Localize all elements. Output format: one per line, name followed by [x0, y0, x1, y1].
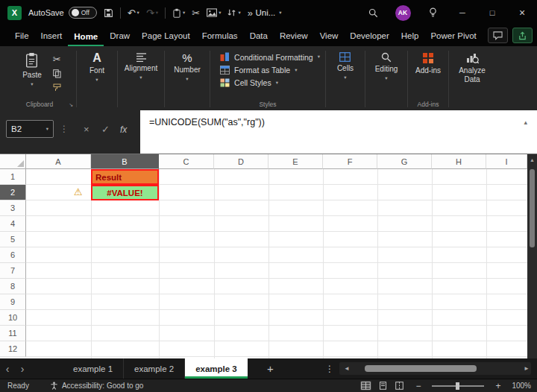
cancel-entry-button[interactable]: ×: [79, 123, 94, 136]
number-button[interactable]: % Number ▾: [169, 46, 205, 110]
row-header-5[interactable]: 5: [0, 232, 26, 247]
vertical-scrollbar-thumb[interactable]: [530, 169, 535, 247]
enter-entry-button[interactable]: ✓: [97, 123, 114, 136]
new-sheet-button[interactable]: +: [263, 358, 278, 379]
sheet-tab-example-2[interactable]: example 2: [124, 358, 185, 379]
menu-tab-home[interactable]: Home: [68, 32, 104, 47]
copy-button[interactable]: [53, 69, 61, 78]
cut-button[interactable]: ✂: [53, 54, 61, 64]
vertical-scrollbar[interactable]: ▲: [527, 154, 537, 358]
error-checking-button[interactable]: ⚠: [69, 186, 87, 197]
ideas-button[interactable]: [418, 0, 448, 25]
column-header-g[interactable]: G: [377, 154, 432, 169]
sheet-tab-example-3[interactable]: example 3: [185, 358, 248, 379]
column-header-c[interactable]: C: [159, 154, 214, 169]
menu-tab-power-pivot[interactable]: Power Pivot: [424, 31, 482, 46]
menu-tab-insert[interactable]: Insert: [35, 31, 69, 46]
redo-button[interactable]: ↷ ▾: [146, 8, 158, 18]
page-layout-view-button[interactable]: [378, 381, 388, 391]
accessibility-status[interactable]: Accessibility: Good to go: [50, 382, 144, 390]
row-header-10[interactable]: 10: [0, 310, 26, 326]
qat-overflow-button[interactable]: »: [248, 8, 253, 18]
undo-button[interactable]: ↶ ▾: [128, 8, 139, 18]
row-header-8[interactable]: 8: [0, 279, 26, 294]
menu-tab-view[interactable]: View: [314, 31, 345, 46]
menu-tab-developer[interactable]: Developer: [344, 31, 395, 46]
cells-button[interactable]: Cells ▾: [333, 46, 358, 110]
scroll-up-icon[interactable]: ▲: [527, 157, 537, 162]
zoom-level[interactable]: 100%: [512, 382, 531, 390]
cell-styles-button[interactable]: Cell Styles ▾: [220, 78, 320, 87]
qat-paste-button[interactable]: ▾: [172, 8, 185, 18]
zoom-slider-thumb[interactable]: [456, 382, 459, 390]
row-header-2[interactable]: 2: [0, 185, 26, 200]
normal-view-button[interactable]: [360, 381, 371, 391]
menu-tab-help[interactable]: Help: [395, 31, 425, 46]
search-button[interactable]: [358, 0, 388, 25]
format-painter-button[interactable]: [53, 83, 61, 92]
autosave-toggle[interactable]: Off: [69, 7, 97, 19]
formula-bar-drag-dots-icon[interactable]: ⋮: [60, 124, 69, 134]
qat-sort-button[interactable]: ▾: [227, 8, 240, 17]
row-header-7[interactable]: 7: [0, 263, 26, 279]
share-button[interactable]: [512, 28, 533, 43]
row-header-4[interactable]: 4: [0, 216, 26, 232]
sheet-list-button[interactable]: ⋮: [321, 358, 339, 379]
qat-picture-button[interactable]: ▾: [207, 8, 221, 17]
menu-tab-review[interactable]: Review: [274, 31, 314, 46]
maximize-button[interactable]: □: [477, 0, 507, 25]
font-button[interactable]: A Font ▾: [85, 46, 109, 110]
conditional-formatting-button[interactable]: Conditional Formatting ▾: [220, 52, 320, 62]
select-all-button[interactable]: [0, 154, 26, 169]
sheet-nav-right-button[interactable]: ›: [15, 358, 30, 379]
sheet-nav-left-button[interactable]: ‹: [0, 358, 15, 379]
column-header-e[interactable]: E: [268, 154, 323, 169]
row-header-12[interactable]: 12: [0, 341, 26, 357]
minimize-button[interactable]: ─: [448, 0, 477, 25]
close-button[interactable]: ×: [507, 0, 537, 25]
horizontal-scrollbar-thumb[interactable]: [365, 365, 477, 372]
column-header-i[interactable]: I: [486, 154, 527, 169]
insert-function-button[interactable]: fx: [116, 124, 131, 136]
editing-icon: [381, 52, 392, 63]
format-as-table-button[interactable]: Format as Table ▾: [220, 66, 320, 75]
comments-button[interactable]: [488, 28, 508, 43]
menu-tab-formulas[interactable]: Formulas: [196, 31, 244, 46]
avatar[interactable]: AK: [395, 5, 411, 21]
cell-b2-active[interactable]: #VALUE!: [91, 185, 159, 200]
qat-cut-button[interactable]: ✂: [192, 8, 200, 18]
scroll-right-button[interactable]: ►: [519, 364, 531, 373]
menu-tab-file[interactable]: File: [9, 31, 35, 46]
zoom-slider[interactable]: [432, 385, 484, 387]
collapse-formula-bar-button[interactable]: ▴: [519, 118, 532, 127]
menu-tab-draw[interactable]: Draw: [104, 31, 136, 46]
document-name-dropdown[interactable]: Uni... ▾: [255, 8, 281, 17]
row-header-11[interactable]: 11: [0, 326, 26, 341]
save-button[interactable]: [104, 8, 113, 18]
formula-input[interactable]: =UNICODE(SUM("as","rg")): [140, 110, 537, 154]
cell-b1[interactable]: Result: [91, 169, 159, 185]
zoom-out-button[interactable]: −: [411, 381, 425, 391]
scroll-left-button[interactable]: ◄: [339, 364, 351, 373]
row-header-9[interactable]: 9: [0, 294, 26, 310]
row-header-1[interactable]: 1: [0, 169, 26, 185]
row-header-6[interactable]: 6: [0, 247, 26, 263]
clipboard-dialog-launcher-icon[interactable]: ↘: [69, 102, 73, 108]
name-box[interactable]: B2 ▾: [6, 120, 54, 138]
column-header-b[interactable]: B: [91, 154, 159, 169]
analyze-data-button[interactable]: Analyze Data: [450, 46, 494, 110]
menu-tab-page-layout[interactable]: Page Layout: [136, 31, 196, 46]
horizontal-scrollbar-track[interactable]: [351, 362, 519, 375]
column-header-d[interactable]: D: [214, 154, 268, 169]
horizontal-scrollbar[interactable]: ◄ ►: [339, 362, 531, 375]
column-header-h[interactable]: H: [432, 154, 486, 169]
menu-tab-data[interactable]: Data: [244, 31, 274, 46]
zoom-in-button[interactable]: +: [491, 381, 505, 391]
alignment-button[interactable]: Alignment ▾: [120, 46, 162, 110]
column-header-f[interactable]: F: [323, 154, 377, 169]
editing-button[interactable]: Editing ▾: [371, 46, 403, 110]
page-break-view-button[interactable]: [395, 381, 404, 391]
row-header-3[interactable]: 3: [0, 200, 26, 216]
sheet-tab-example-1[interactable]: example 1: [63, 358, 124, 379]
column-header-a[interactable]: A: [26, 154, 91, 169]
